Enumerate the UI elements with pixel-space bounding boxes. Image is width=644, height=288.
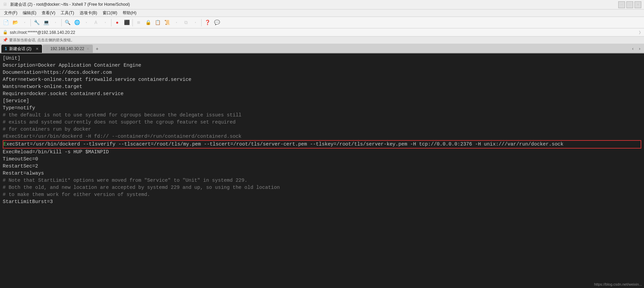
- session-dropdown[interactable]: ▾: [51, 18, 60, 27]
- font-dropdown[interactable]: ▾: [101, 18, 110, 27]
- tab-2-close[interactable]: ✕: [86, 47, 89, 51]
- open-button[interactable]: 📂: [11, 18, 20, 27]
- toolbar: 📄 📂 ▾ 🔧 💻 ▾ 🔍 🌐 ▾ A ▾ ● ⬛ ⊞ 🔒 📋 📜 ▾ ⧉ ▾ …: [0, 17, 644, 28]
- copy-button[interactable]: 📋: [153, 18, 162, 27]
- tab-1-close[interactable]: ✕: [36, 47, 39, 51]
- grid-button[interactable]: ⊞: [134, 18, 143, 27]
- status-bar: https://blog.csdn.net/weixin...: [592, 281, 644, 288]
- dark-button[interactable]: ⬛: [122, 18, 131, 27]
- terminal-line: Documentation=https://docs.docker.com: [3, 69, 641, 76]
- menu-window[interactable]: 窗口(W): [100, 9, 120, 17]
- tab-1-label: 新建会话 (2): [9, 46, 32, 52]
- split-dropdown[interactable]: ▾: [191, 18, 200, 27]
- app-icon: 🖥: [3, 2, 8, 7]
- toolbar-separator-1: [30, 19, 31, 26]
- menu-view[interactable]: 查看(V): [39, 9, 58, 17]
- terminal-line: RestartSec=2: [3, 163, 641, 170]
- terminal-line: TimeoutSec=0: [3, 156, 641, 163]
- properties-button[interactable]: 🔧: [32, 18, 41, 27]
- theme-dropdown[interactable]: ▾: [82, 18, 91, 27]
- address-bar: 🔒 ssh://root:******@192.168.140.20:22 ❯: [0, 28, 644, 37]
- tab-2[interactable]: 2 192.168.140.30:22 ✕: [43, 45, 93, 53]
- font-button[interactable]: A: [91, 18, 100, 27]
- zoom-button[interactable]: 🔍: [63, 18, 72, 27]
- terminal-line: # to make them work for either version o…: [3, 191, 641, 198]
- terminal[interactable]: [Unit]Description=Docker Application Con…: [0, 53, 644, 288]
- new-file-button[interactable]: 📄: [1, 18, 10, 27]
- info-bar-text: 要添加当前会话, 点击左侧的箭头按钮。: [9, 38, 75, 43]
- menu-edit[interactable]: 编辑(E): [20, 9, 39, 17]
- terminal-line: # for containers run by docker: [3, 126, 641, 133]
- highlighted-line: ExecStart=/usr/bin/dockerd --tlsverify -…: [3, 141, 641, 148]
- red-button[interactable]: ●: [113, 18, 122, 27]
- menu-tab[interactable]: 选项卡(B): [77, 9, 100, 17]
- address-text: ssh://root:******@192.168.140.20:22: [10, 30, 75, 35]
- split-button[interactable]: ⧉: [182, 18, 190, 27]
- terminal-line: ExecReload=/bin/kill -s HUP $MAINPID: [3, 149, 641, 156]
- terminal-line: Description=Docker Application Container…: [3, 62, 641, 69]
- terminal-line: [Unit]: [3, 55, 641, 62]
- title-bar: 🖥 新建会话 (2) - root@docker:~/tls - Xshell …: [0, 0, 644, 9]
- minimize-button[interactable]: ─: [618, 1, 625, 8]
- window-controls: ─ □ ✕: [618, 1, 641, 8]
- script-dropdown[interactable]: ▾: [172, 18, 181, 27]
- tab-next-button[interactable]: ›: [637, 45, 643, 53]
- tab-2-num: 2: [46, 46, 48, 51]
- toolbar-separator-5: [201, 19, 202, 26]
- terminal-line: # Note that StartLimit* options were mov…: [3, 177, 641, 184]
- lock-icon: 🔒: [3, 30, 8, 35]
- terminal-line: Wants=network-online.target: [3, 83, 641, 90]
- terminal-line: After=network-online.target firewalld.se…: [3, 76, 641, 83]
- menu-file[interactable]: 文件(F): [1, 9, 20, 17]
- menu-bar: 文件(F) 编辑(E) 查看(V) 工具(T) 选项卡(B) 窗口(W) 帮助(…: [0, 9, 644, 17]
- close-button[interactable]: ✕: [635, 1, 641, 8]
- help-button[interactable]: ❓: [203, 18, 212, 27]
- toolbar-separator-3: [111, 19, 111, 26]
- terminal-line: Restart=always: [3, 170, 641, 177]
- terminal-line: Type=notify: [3, 105, 641, 112]
- menu-help[interactable]: 帮助(H): [120, 9, 139, 17]
- restore-button[interactable]: □: [626, 1, 633, 8]
- toolbar-separator-2: [61, 19, 62, 26]
- terminal-line: Requires=docker.socket containerd.servic…: [3, 90, 641, 97]
- lock-button[interactable]: 🔒: [144, 18, 152, 27]
- comment-button[interactable]: 💬: [212, 18, 221, 27]
- toolbar-separator-4: [132, 19, 133, 26]
- tab-2-label: 192.168.140.30:22: [50, 46, 84, 51]
- open-dropdown[interactable]: ▾: [20, 18, 29, 27]
- theme-button[interactable]: 🌐: [72, 18, 81, 27]
- tab-1-num: 1: [5, 46, 7, 51]
- tab-1[interactable]: 1 新建会话 (2) ✕: [1, 45, 42, 53]
- highlighted-block: ExecStart=/usr/bin/dockerd --tlsverify -…: [3, 140, 641, 149]
- terminal-line: [Service]: [3, 97, 641, 105]
- terminal-line: # the default is not to use systemd for …: [3, 112, 641, 119]
- terminal-line: # Both the old, and new location are acc…: [3, 184, 641, 191]
- tab-bar: 1 新建会话 (2) ✕ 2 192.168.140.30:22 ✕ + ‹ ›: [0, 44, 644, 53]
- tab-nav: ‹ ›: [630, 45, 643, 53]
- terminal-line: # exists and systemd currently does not …: [3, 119, 641, 126]
- session-button[interactable]: 💻: [42, 18, 50, 27]
- tab-prev-button[interactable]: ‹: [630, 45, 636, 53]
- terminal-line: StartLimitBurst=3: [3, 198, 641, 205]
- window-title: 新建会话 (2) - root@docker:~/tls - Xshell 7 …: [10, 2, 130, 7]
- terminal-line: #ExecStart=/usr/bin/dockerd -H fd:// --c…: [3, 133, 641, 140]
- info-bar: 📌 要添加当前会话, 点击左侧的箭头按钮。: [0, 37, 644, 44]
- tab-add-button[interactable]: +: [94, 45, 101, 53]
- address-expand-icon[interactable]: ❯: [639, 29, 641, 35]
- script-button[interactable]: 📜: [163, 18, 171, 27]
- menu-tools[interactable]: 工具(T): [58, 9, 77, 17]
- info-pin-icon: 📌: [3, 38, 8, 43]
